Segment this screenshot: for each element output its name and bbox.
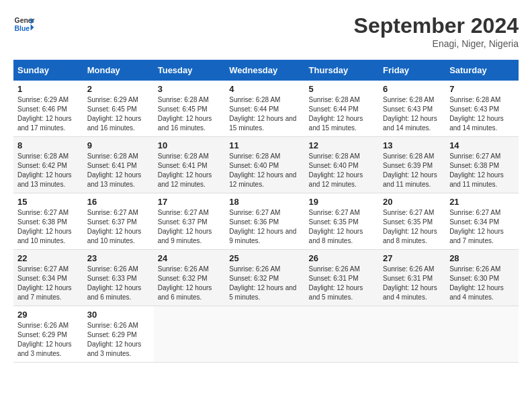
day-number: 21	[449, 197, 515, 207]
column-header-saturday: Saturday	[445, 60, 519, 81]
day-number: 15	[17, 197, 79, 207]
day-number: 23	[87, 253, 150, 263]
calendar-cell: 26 Sunrise: 6:26 AMSunset: 6:31 PMDaylig…	[305, 250, 379, 306]
calendar-week-row: 8 Sunrise: 6:28 AMSunset: 6:42 PMDayligh…	[13, 137, 519, 193]
day-number: 3	[158, 84, 222, 94]
day-info: Sunrise: 6:27 AMSunset: 6:35 PMDaylight:…	[383, 209, 437, 244]
day-number: 5	[309, 84, 375, 94]
day-info: Sunrise: 6:26 AMSunset: 6:31 PMDaylight:…	[309, 265, 363, 301]
calendar-cell: 14 Sunrise: 6:27 AMSunset: 6:38 PMDaylig…	[445, 137, 519, 193]
calendar-cell	[225, 306, 304, 363]
calendar-cell: 11 Sunrise: 6:28 AMSunset: 6:40 PMDaylig…	[225, 137, 304, 193]
month-title: September 2024	[354, 13, 519, 38]
calendar-cell: 22 Sunrise: 6:27 AMSunset: 6:34 PMDaylig…	[13, 250, 83, 306]
day-info: Sunrise: 6:27 AMSunset: 6:38 PMDaylight:…	[17, 209, 72, 244]
calendar-week-row: 1 Sunrise: 6:29 AMSunset: 6:46 PMDayligh…	[13, 81, 519, 137]
column-header-friday: Friday	[379, 60, 445, 81]
day-number: 6	[383, 84, 441, 94]
day-number: 13	[383, 140, 441, 150]
calendar-cell: 24 Sunrise: 6:26 AMSunset: 6:32 PMDaylig…	[154, 250, 226, 306]
location: Enagi, Niger, Nigeria	[354, 38, 519, 49]
logo-icon: General Blue	[13, 13, 35, 35]
column-header-tuesday: Tuesday	[154, 60, 226, 81]
column-header-thursday: Thursday	[305, 60, 379, 81]
calendar-cell: 16 Sunrise: 6:27 AMSunset: 6:37 PMDaylig…	[83, 193, 154, 250]
logo: General Blue	[13, 13, 35, 35]
calendar-cell	[445, 306, 519, 363]
day-number: 17	[158, 197, 222, 207]
calendar-cell: 30 Sunrise: 6:26 AMSunset: 6:29 PMDaylig…	[83, 306, 154, 363]
calendar-cell: 3 Sunrise: 6:28 AMSunset: 6:45 PMDayligh…	[154, 81, 226, 137]
column-header-sunday: Sunday	[13, 60, 83, 81]
title-block: September 2024 Enagi, Niger, Nigeria	[354, 13, 519, 49]
day-number: 14	[449, 140, 515, 150]
calendar-cell: 20 Sunrise: 6:27 AMSunset: 6:35 PMDaylig…	[379, 193, 445, 250]
calendar-cell	[154, 306, 226, 363]
day-info: Sunrise: 6:26 AMSunset: 6:32 PMDaylight:…	[229, 265, 296, 301]
calendar-cell: 23 Sunrise: 6:26 AMSunset: 6:33 PMDaylig…	[83, 250, 154, 306]
day-info: Sunrise: 6:26 AMSunset: 6:32 PMDaylight:…	[158, 265, 212, 301]
calendar-cell: 9 Sunrise: 6:28 AMSunset: 6:41 PMDayligh…	[83, 137, 154, 193]
day-number: 25	[229, 253, 300, 263]
day-number: 11	[229, 140, 300, 150]
day-info: Sunrise: 6:26 AMSunset: 6:30 PMDaylight:…	[449, 265, 504, 301]
day-number: 29	[17, 310, 79, 320]
day-info: Sunrise: 6:28 AMSunset: 6:41 PMDaylight:…	[87, 152, 142, 188]
svg-text:Blue: Blue	[15, 25, 30, 32]
day-number: 20	[383, 197, 441, 207]
day-info: Sunrise: 6:27 AMSunset: 6:38 PMDaylight:…	[449, 152, 504, 188]
day-info: Sunrise: 6:29 AMSunset: 6:45 PMDaylight:…	[87, 96, 142, 132]
calendar-cell: 7 Sunrise: 6:28 AMSunset: 6:43 PMDayligh…	[445, 81, 519, 137]
calendar-header-row: SundayMondayTuesdayWednesdayThursdayFrid…	[13, 60, 519, 81]
day-info: Sunrise: 6:27 AMSunset: 6:37 PMDaylight:…	[87, 209, 142, 244]
day-info: Sunrise: 6:29 AMSunset: 6:46 PMDaylight:…	[17, 96, 72, 132]
day-number: 16	[87, 197, 150, 207]
calendar-cell: 6 Sunrise: 6:28 AMSunset: 6:43 PMDayligh…	[379, 81, 445, 137]
calendar-cell	[305, 306, 379, 363]
day-info: Sunrise: 6:28 AMSunset: 6:39 PMDaylight:…	[383, 152, 437, 188]
day-info: Sunrise: 6:26 AMSunset: 6:29 PMDaylight:…	[87, 322, 142, 357]
page-header: General Blue September 2024 Enagi, Niger…	[13, 13, 519, 49]
calendar-cell: 13 Sunrise: 6:28 AMSunset: 6:39 PMDaylig…	[379, 137, 445, 193]
day-number: 22	[17, 253, 79, 263]
column-header-wednesday: Wednesday	[225, 60, 304, 81]
day-info: Sunrise: 6:28 AMSunset: 6:41 PMDaylight:…	[158, 152, 212, 188]
day-info: Sunrise: 6:27 AMSunset: 6:34 PMDaylight:…	[449, 209, 504, 244]
day-number: 8	[17, 140, 79, 150]
day-number: 27	[383, 253, 441, 263]
calendar-cell: 28 Sunrise: 6:26 AMSunset: 6:30 PMDaylig…	[445, 250, 519, 306]
calendar-week-row: 29 Sunrise: 6:26 AMSunset: 6:29 PMDaylig…	[13, 306, 519, 363]
day-info: Sunrise: 6:27 AMSunset: 6:35 PMDaylight:…	[309, 209, 363, 244]
day-info: Sunrise: 6:28 AMSunset: 6:44 PMDaylight:…	[309, 96, 363, 132]
day-info: Sunrise: 6:28 AMSunset: 6:43 PMDaylight:…	[383, 96, 437, 132]
calendar-cell: 19 Sunrise: 6:27 AMSunset: 6:35 PMDaylig…	[305, 193, 379, 250]
day-number: 2	[87, 84, 150, 94]
calendar-cell: 1 Sunrise: 6:29 AMSunset: 6:46 PMDayligh…	[13, 81, 83, 137]
day-number: 28	[449, 253, 515, 263]
calendar-cell: 4 Sunrise: 6:28 AMSunset: 6:44 PMDayligh…	[225, 81, 304, 137]
day-number: 7	[449, 84, 515, 94]
calendar-cell: 27 Sunrise: 6:26 AMSunset: 6:31 PMDaylig…	[379, 250, 445, 306]
calendar-cell	[379, 306, 445, 363]
day-number: 24	[158, 253, 222, 263]
calendar-cell: 25 Sunrise: 6:26 AMSunset: 6:32 PMDaylig…	[225, 250, 304, 306]
calendar-cell: 18 Sunrise: 6:27 AMSunset: 6:36 PMDaylig…	[225, 193, 304, 250]
day-number: 1	[17, 84, 79, 94]
calendar-cell: 15 Sunrise: 6:27 AMSunset: 6:38 PMDaylig…	[13, 193, 83, 250]
day-number: 10	[158, 140, 222, 150]
day-info: Sunrise: 6:28 AMSunset: 6:43 PMDaylight:…	[449, 96, 504, 132]
day-number: 26	[309, 253, 375, 263]
day-info: Sunrise: 6:28 AMSunset: 6:42 PMDaylight:…	[17, 152, 72, 188]
calendar-week-row: 22 Sunrise: 6:27 AMSunset: 6:34 PMDaylig…	[13, 250, 519, 306]
column-header-monday: Monday	[83, 60, 154, 81]
day-info: Sunrise: 6:28 AMSunset: 6:44 PMDaylight:…	[229, 96, 296, 132]
day-info: Sunrise: 6:28 AMSunset: 6:40 PMDaylight:…	[229, 152, 296, 188]
calendar-table: SundayMondayTuesdayWednesdayThursdayFrid…	[13, 60, 519, 363]
day-number: 9	[87, 140, 150, 150]
day-number: 18	[229, 197, 300, 207]
day-info: Sunrise: 6:26 AMSunset: 6:29 PMDaylight:…	[17, 322, 72, 357]
day-info: Sunrise: 6:28 AMSunset: 6:45 PMDaylight:…	[158, 96, 212, 132]
day-number: 30	[87, 310, 150, 320]
calendar-cell: 21 Sunrise: 6:27 AMSunset: 6:34 PMDaylig…	[445, 193, 519, 250]
calendar-cell: 29 Sunrise: 6:26 AMSunset: 6:29 PMDaylig…	[13, 306, 83, 363]
